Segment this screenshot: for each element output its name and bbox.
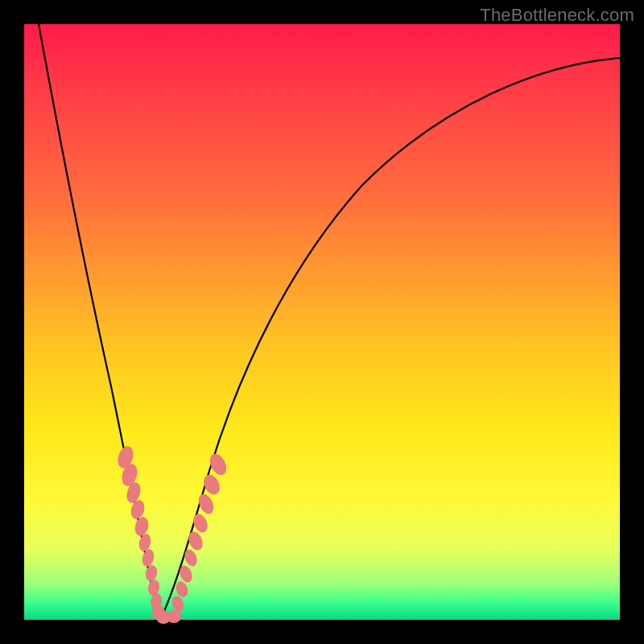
watermark-text: TheBottleneck.com xyxy=(480,5,634,26)
svg-point-14 xyxy=(174,580,190,599)
curve-right-branch xyxy=(161,58,620,618)
chart-svg xyxy=(24,24,620,620)
svg-point-20 xyxy=(200,472,223,497)
svg-point-21 xyxy=(207,451,230,477)
bead-cluster-left xyxy=(115,444,165,621)
chart-plot-area xyxy=(24,24,620,620)
svg-point-12 xyxy=(167,610,181,623)
bead-cluster-right xyxy=(170,451,229,613)
svg-point-7 xyxy=(144,564,159,582)
bead-cluster-valley xyxy=(156,610,181,624)
chart-frame: TheBottleneck.com xyxy=(0,0,644,644)
